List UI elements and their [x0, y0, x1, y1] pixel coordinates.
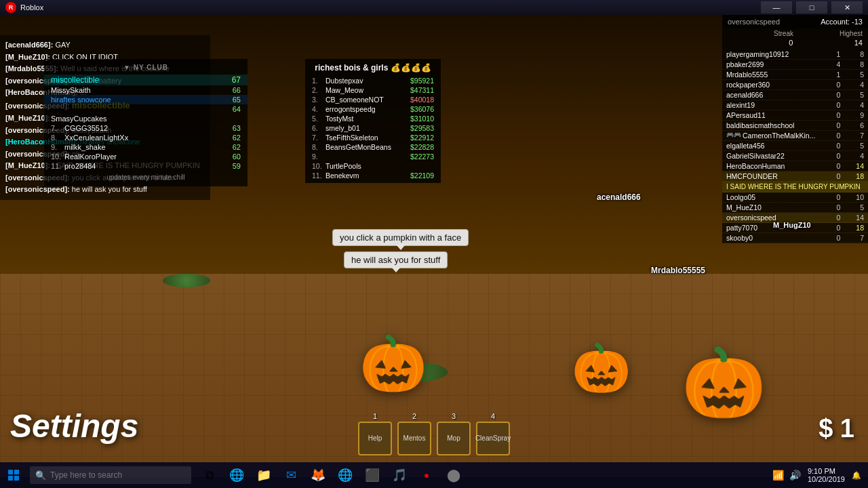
minimize-button[interactable]: — — [761, 1, 792, 14]
rpl-row-7: baldibasicmathschool06 — [722, 121, 868, 131]
app-icon-4[interactable]: 🎵 — [387, 462, 412, 488]
search-input[interactable] — [50, 470, 186, 480]
svg-rect-2 — [8, 476, 13, 481]
right-panel-stats-vals: 0 14 — [722, 39, 868, 49]
slot-box-1[interactable]: Help — [358, 422, 392, 455]
mail-icon[interactable]: ✉ — [278, 462, 304, 488]
streak-label: Streak — [774, 30, 793, 37]
highest-val: 14 — [854, 39, 863, 47]
toolbar-slot-3[interactable]: 3 Mop — [437, 412, 471, 455]
svg-rect-1 — [14, 470, 19, 474]
richest-row-9: 10.TurtlePools — [308, 161, 438, 171]
window-title: Roblox — [20, 3, 761, 12]
toolbar-slot-2[interactable]: 2 Mentos — [397, 412, 431, 455]
rpl-row-14: M_HueZ1005 — [722, 203, 868, 213]
close-button[interactable]: ✕ — [831, 1, 863, 14]
richest-row-5: 6.smely_b01$29583 — [308, 123, 438, 133]
speech-bubble-0: you click a pumpkin with a face — [332, 229, 469, 246]
toolbar-slot-4[interactable]: 4 CleanSpray — [476, 412, 510, 455]
player-tag-acenald666: acenald666 — [597, 192, 641, 202]
rpl-row-1: pbaker269948 — [722, 60, 868, 70]
richest-row-2: 3.CB_someoneNOT$40018 — [308, 95, 438, 104]
lb-row-smasycupcakes: SmasyCupcakes — [44, 114, 248, 123]
svg-rect-3 — [14, 476, 19, 481]
edge-icon[interactable]: 🌐 — [224, 462, 250, 488]
network-icon: 📶 — [772, 470, 784, 481]
lb-row-cggg: 7. CGGG35512 63 — [44, 123, 248, 133]
chat-user-0: [acenald666]: — [5, 41, 53, 49]
chat-msg-0: GAY — [55, 41, 70, 49]
rpl-row-5: alexint1904 — [722, 100, 868, 110]
rpl-row-6: APersaud1109 — [722, 110, 868, 121]
richest-row-7: 8.BeansGetMonBeans$22828 — [308, 142, 438, 152]
taskview-button[interactable]: ⧉ — [197, 462, 222, 488]
taskbar-app-icons: ⧉ 🌐 📁 ✉ 🦊 🌐 ⬛ 🎵 ● ⬤ — [197, 462, 467, 488]
richest-row-3: 4.errogontspeedg$36076 — [308, 104, 438, 114]
volume-icon: 🔊 — [789, 470, 801, 481]
app-icon-1[interactable]: 🦊 — [305, 462, 331, 488]
rpl-row-10: GabrielSilvastar2204 — [722, 151, 868, 161]
pumpkin-main: 🎃 — [359, 332, 427, 396]
rpl-row-17: skooby007 — [722, 233, 868, 243]
slot-num-3: 3 — [452, 412, 456, 420]
pumpkin-right: 🎃 — [682, 343, 766, 423]
rpl-row-2: Mrdablo555515 — [722, 70, 868, 80]
taskbar-right: 📶 🔊 9:10 PM 10/20/2019 🔔 — [772, 467, 868, 483]
rpl-row-16: patty7070018 — [722, 223, 868, 233]
app-icon: R — [5, 2, 16, 13]
app-icon-5[interactable]: ⬤ — [441, 462, 467, 488]
window-controls: — □ ✕ — [761, 1, 863, 14]
lb-row-pro: 11. pro28484 59 — [44, 161, 248, 171]
richest-title: richest bois & girls 💰💰💰💰 — [308, 62, 438, 76]
app-icon-2[interactable]: 🌐 — [332, 462, 358, 488]
explorer-icon[interactable]: 📁 — [251, 462, 277, 488]
rpl-row-13: Loolgo05010 — [722, 192, 868, 203]
app-icon-3[interactable]: ⬛ — [359, 462, 385, 488]
time: 9:10 PM — [808, 467, 845, 475]
app-icon-roblox[interactable]: ● — [414, 462, 439, 488]
system-tray-icons: 📶 🔊 — [772, 470, 801, 481]
date: 10/20/2019 — [808, 475, 845, 483]
title-bar: R Roblox — □ ✕ — [0, 0, 868, 15]
richest-row-0: 1.Dubstepxav$95921 — [308, 76, 438, 85]
app-icon-letter: R — [9, 4, 14, 11]
taskbar: 🔍 ⧉ 🌐 📁 ✉ 🦊 🌐 ⬛ 🎵 ● ⬤ 📶 🔊 9:10 PM 10/20/… — [0, 462, 868, 488]
streak-val: 0 — [789, 39, 793, 47]
search-icon: 🔍 — [35, 470, 46, 481]
rpl-row-3: rockpaper36004 — [722, 80, 868, 90]
money-display: $ 1 — [818, 414, 854, 443]
leaderboard-title: ▼ NY CLUB — [44, 62, 248, 75]
richest-row-1: 2.Maw_Meow$47311 — [308, 85, 438, 95]
richest-row-10: 11.Benekevm$22109 — [308, 171, 438, 180]
slot-box-4[interactable]: CleanSpray — [476, 422, 510, 455]
lb-row-collect: miscollectible 67 — [44, 75, 248, 85]
right-panel-account: Account: -13 — [821, 18, 863, 26]
notification-icon[interactable]: 🔔 — [852, 471, 861, 480]
svg-rect-0 — [8, 470, 13, 474]
right-panel-stats-labels: Streak Highest — [722, 28, 868, 39]
highest-label: Highest — [840, 30, 863, 37]
lb-row-cerulean: 8. XxCeruleanLightXx 62 — [44, 133, 248, 142]
toolbar: 1 Help 2 Mentos 3 Mop 4 CleanSpray — [358, 412, 510, 455]
rpl-row-12: HMCFOUNDER018 — [722, 171, 868, 182]
green-circle-2 — [163, 274, 210, 287]
rpl-row-11: HeroBaconHuman014 — [722, 161, 868, 171]
search-bar[interactable]: 🔍 — [30, 466, 191, 484]
right-panel-username: oversonicspeed — [728, 18, 780, 26]
richest-row-8: 9.$22273 — [308, 152, 438, 161]
slot-box-2[interactable]: Mentos — [397, 422, 431, 455]
maximize-button[interactable]: □ — [796, 1, 827, 14]
richest-panel: richest bois & girls 💰💰💰💰 1.Dubstepxav$9… — [305, 59, 441, 183]
settings-label: Settings — [10, 407, 138, 445]
speech-bubble-1: he will ask you for stuff — [344, 251, 448, 268]
right-leaderboard-panel: oversonicspeed Account: -13 Streak Highe… — [722, 15, 868, 243]
slot-box-3[interactable]: Mop — [437, 422, 471, 455]
leaderboard-footer: updates every minute chill — [44, 174, 248, 184]
rpl-row-0: playergaming1091218 — [722, 49, 868, 60]
clock: 9:10 PM 10/20/2019 — [808, 467, 845, 483]
right-panel-header: oversonicspeed Account: -13 — [722, 15, 868, 28]
toolbar-slot-1[interactable]: 1 Help — [358, 412, 392, 455]
lb-row-realkoro: 10. RealKoroPlayer 60 — [44, 152, 248, 161]
start-button[interactable] — [0, 462, 27, 488]
slot-num-1: 1 — [373, 412, 377, 420]
